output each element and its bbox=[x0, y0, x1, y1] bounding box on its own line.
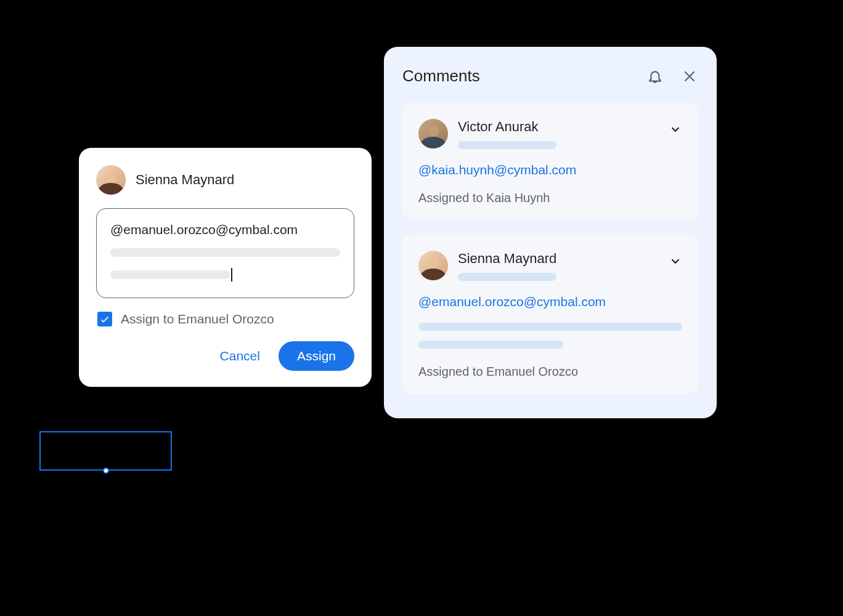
comment-mention[interactable]: @kaia.huynh@cymbal.com bbox=[418, 163, 682, 177]
comment-author: Victor Anurak bbox=[458, 119, 659, 135]
text-cursor bbox=[231, 268, 232, 282]
assign-checkbox-row: Assign to Emanuel Orozco bbox=[96, 312, 354, 326]
compose-actions: Cancel Assign bbox=[96, 341, 354, 371]
expand-toggle[interactable] bbox=[669, 123, 682, 139]
cancel-button[interactable]: Cancel bbox=[206, 341, 274, 371]
comment-card[interactable]: Victor Anurak @kaia.huynh@cymbal.com Ass… bbox=[402, 103, 698, 220]
comment-card[interactable]: Sienna Maynard @emanuel.orozco@cymbal.co… bbox=[402, 235, 698, 394]
comment-assigned-to: Assigned to Emanuel Orozco bbox=[418, 365, 682, 379]
assign-button[interactable]: Assign bbox=[279, 341, 354, 371]
cell-selection-box bbox=[39, 431, 172, 471]
comment-author: Sienna Maynard bbox=[458, 251, 659, 267]
compose-author: Sienna Maynard bbox=[136, 172, 234, 188]
notifications-button[interactable] bbox=[646, 68, 664, 85]
chevron-down-icon bbox=[669, 254, 682, 268]
comment-mention-text: @emanuel.orozco@cymbal.com bbox=[110, 222, 340, 237]
compose-header: Sienna Maynard bbox=[96, 165, 354, 195]
comment-mention[interactable]: @emanuel.orozco@cymbal.com bbox=[418, 294, 682, 309]
placeholder-line bbox=[418, 323, 682, 331]
close-button[interactable] bbox=[681, 68, 698, 85]
placeholder-line bbox=[110, 248, 340, 257]
comment-input[interactable]: @emanuel.orozco@cymbal.com bbox=[96, 208, 354, 298]
comments-title: Comments bbox=[402, 67, 480, 86]
avatar bbox=[418, 119, 448, 148]
check-icon bbox=[99, 314, 110, 325]
close-icon bbox=[682, 69, 697, 84]
comments-panel: Comments Victor Anurak @kaia.huynh@cymba… bbox=[384, 47, 717, 418]
placeholder-line bbox=[458, 273, 556, 281]
placeholder-line bbox=[458, 141, 556, 149]
selection-handle[interactable] bbox=[103, 468, 109, 474]
assign-checkbox-label: Assign to Emanuel Orozco bbox=[121, 312, 274, 326]
placeholder-line bbox=[418, 341, 563, 349]
placeholder-line bbox=[110, 270, 230, 279]
chevron-down-icon bbox=[669, 123, 682, 136]
avatar bbox=[96, 165, 126, 195]
assign-checkbox[interactable] bbox=[97, 312, 112, 326]
comment-assigned-to: Assigned to Kaia Huynh bbox=[418, 191, 682, 205]
comments-header: Comments bbox=[402, 67, 698, 86]
compose-comment-card: Sienna Maynard @emanuel.orozco@cymbal.co… bbox=[79, 148, 372, 387]
expand-toggle[interactable] bbox=[669, 254, 682, 270]
bell-icon bbox=[647, 68, 663, 84]
avatar bbox=[418, 251, 448, 280]
